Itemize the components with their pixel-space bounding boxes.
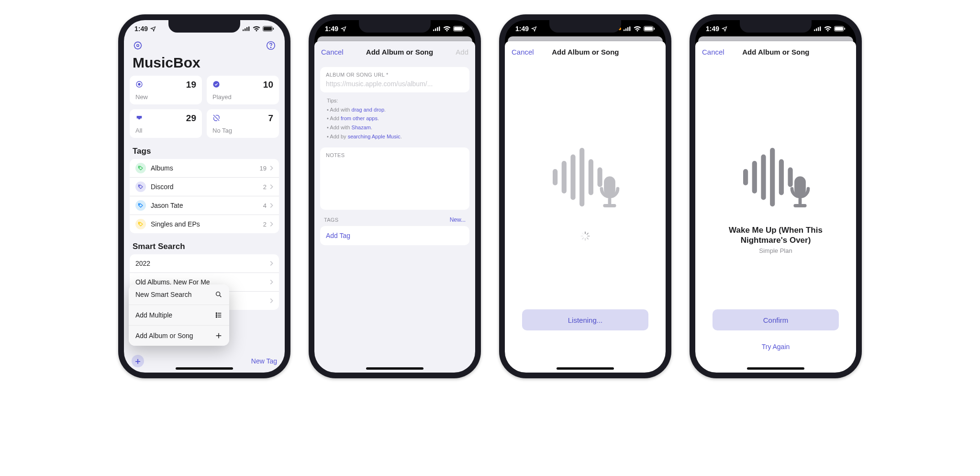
smart-row-2022[interactable]: 2022 xyxy=(130,254,279,272)
search-icon xyxy=(215,291,223,298)
svg-rect-62 xyxy=(761,154,766,200)
tag-icon xyxy=(135,219,146,229)
svg-rect-35 xyxy=(654,28,655,30)
svg-rect-64 xyxy=(779,159,784,195)
menu-add-multiple[interactable]: Add Multiple xyxy=(129,305,229,325)
modal-navbar: Cancel Add Album or Song xyxy=(695,41,856,62)
menu-new-smart-search[interactable]: New Smart Search xyxy=(129,284,229,305)
svg-rect-42 xyxy=(604,176,615,196)
svg-rect-37 xyxy=(562,161,567,193)
svg-point-8 xyxy=(137,45,139,47)
status-time: 1:49 xyxy=(706,25,719,33)
home-indicator[interactable] xyxy=(176,367,233,370)
cancel-button[interactable]: Cancel xyxy=(321,48,344,56)
check-circle-icon xyxy=(212,80,220,88)
add-button[interactable]: Add xyxy=(456,48,468,56)
svg-rect-6 xyxy=(273,28,274,30)
confirm-button[interactable]: Confirm xyxy=(713,309,839,330)
svg-rect-36 xyxy=(553,169,557,185)
svg-point-14 xyxy=(139,167,140,168)
notes-input[interactable]: NOTES xyxy=(320,147,469,210)
svg-point-13 xyxy=(213,81,219,87)
svg-rect-27 xyxy=(454,27,462,31)
tag-row-singles-eps[interactable]: Singles and EPs 2 xyxy=(130,215,279,233)
listening-label: Listening... xyxy=(568,316,603,324)
add-button[interactable]: ＋ xyxy=(132,355,144,367)
menu-add-album-song[interactable]: Add Album or Song xyxy=(129,325,229,346)
wifi-icon xyxy=(824,26,832,32)
tag-row-albums[interactable]: Albums 19 xyxy=(130,159,279,177)
modal-title: Add Album or Song xyxy=(742,48,809,56)
tag-icon xyxy=(135,200,146,211)
status-time: 1:49 xyxy=(515,25,529,33)
svg-rect-31 xyxy=(627,27,628,31)
battery-icon xyxy=(644,26,655,32)
listening-button[interactable]: Listening... xyxy=(522,309,648,330)
tag-count: 2 xyxy=(263,221,267,228)
svg-line-50 xyxy=(582,238,584,239)
chevron-right-icon xyxy=(269,279,273,285)
svg-rect-0 xyxy=(243,30,244,31)
waveform-mic-icon xyxy=(545,144,626,213)
url-input-group[interactable]: ALBUM OR SONG URL * https://music.apple.… xyxy=(320,67,469,92)
status-time: 1:49 xyxy=(325,25,338,33)
tag-row-discord[interactable]: Discord 2 xyxy=(130,177,279,196)
card-count: 10 xyxy=(263,79,273,90)
battery-icon xyxy=(453,26,465,32)
tag-name: Jason Tate xyxy=(151,202,263,209)
help-icon[interactable] xyxy=(266,40,276,51)
svg-rect-67 xyxy=(799,198,802,205)
home-indicator[interactable] xyxy=(747,367,804,370)
record-icon xyxy=(135,80,143,88)
battery-icon xyxy=(263,26,274,32)
new-tag-button[interactable]: New Tag xyxy=(251,357,277,365)
card-played[interactable]: 10 Played xyxy=(207,76,279,104)
tag-row-jason-tate[interactable]: Jason Tate 4 xyxy=(130,196,279,215)
cancel-button[interactable]: Cancel xyxy=(702,48,724,56)
home-indicator[interactable] xyxy=(366,367,423,370)
tip-shazam-link[interactable]: Shazam xyxy=(352,125,371,130)
card-label: No Tag xyxy=(212,127,232,134)
device-2: 1:49 Cancel Add Album or Song Add xyxy=(309,14,481,378)
menu-label: Add Album or Song xyxy=(135,332,193,340)
chevron-right-icon xyxy=(269,261,273,266)
url-label: ALBUM OR SONG URL * xyxy=(326,72,464,78)
tag-icon xyxy=(135,163,146,173)
modal-sheet: Cancel Add Album or Song xyxy=(695,41,856,373)
tip-search-link[interactable]: searching Apple Music xyxy=(348,134,401,139)
new-tag-link[interactable]: New... xyxy=(450,216,466,223)
add-tag-button[interactable]: Add Tag xyxy=(320,226,469,245)
gear-icon[interactable] xyxy=(133,40,143,51)
svg-rect-39 xyxy=(579,148,584,206)
svg-rect-55 xyxy=(818,27,819,31)
tag-count: 2 xyxy=(263,183,267,191)
svg-rect-32 xyxy=(629,26,630,31)
svg-rect-53 xyxy=(814,30,815,31)
device-1: 1:49 MusicBox xyxy=(118,14,290,378)
chevron-right-icon xyxy=(269,221,273,227)
svg-point-21 xyxy=(216,317,217,317)
tags-label: TAGS xyxy=(324,217,338,223)
context-menu: New Smart Search Add Multiple Add Album … xyxy=(129,284,229,346)
card-label: Played xyxy=(212,93,232,101)
card-notag[interactable]: 7 No Tag xyxy=(207,109,279,138)
song-title: Wake Me Up (When This Nightmare's Over) xyxy=(710,225,842,246)
cancel-button[interactable]: Cancel xyxy=(512,48,534,56)
menu-label: Add Multiple xyxy=(135,311,172,319)
home-indicator[interactable] xyxy=(557,367,614,370)
tip-drag-drop-link[interactable]: drag and drop xyxy=(352,107,385,113)
notch xyxy=(359,20,431,33)
svg-rect-30 xyxy=(625,28,626,31)
card-new[interactable]: 19 New xyxy=(130,76,202,104)
svg-rect-29 xyxy=(624,30,624,31)
card-all[interactable]: 29 All xyxy=(130,109,202,138)
svg-rect-63 xyxy=(770,148,775,206)
modal-sheet: Cancel Add Album or Song xyxy=(505,41,666,373)
tip-other-apps-link[interactable]: from other apps xyxy=(341,115,378,121)
notes-label: NOTES xyxy=(326,152,464,158)
svg-rect-3 xyxy=(248,26,249,31)
svg-rect-56 xyxy=(820,26,821,31)
location-icon xyxy=(150,26,156,32)
song-result: Wake Me Up (When This Nightmare's Over) … xyxy=(695,225,856,254)
try-again-button[interactable]: Try Again xyxy=(695,343,856,351)
